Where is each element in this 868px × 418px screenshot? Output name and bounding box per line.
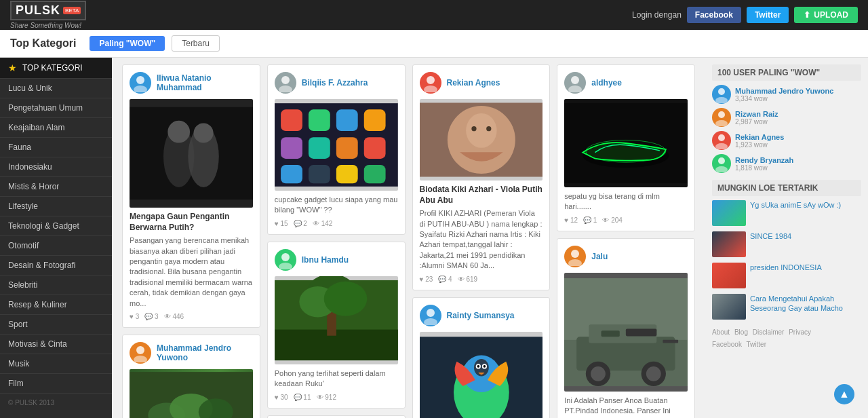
sidebar-item-lucu-unik[interactable]: Lucu & Unik: [0, 79, 112, 98]
card: Muhammad Jendro Yuwono: [122, 335, 260, 418]
most-wow-button[interactable]: Paling "WOW": [90, 36, 165, 51]
user-name[interactable]: Rendy Bryanzah: [735, 156, 793, 164]
card-title: Biodata Kiki Azhari - Viola Putih Abu Ab…: [420, 185, 543, 206]
logo-text: PULSK: [16, 3, 60, 18]
sidebar-item-otomotif[interactable]: Otomotif: [0, 236, 112, 256]
sidebar-item-mistis[interactable]: Mistis & Horor: [0, 177, 112, 197]
sidebar-item-label: Indonesiaku: [8, 162, 52, 172]
comments-stat: 💬 3: [144, 313, 158, 320]
upload-button[interactable]: ⬆ UPLOAD: [794, 7, 858, 23]
suggestion-link[interactable]: Yg sUka animE sAy wOw :): [750, 200, 841, 210]
user-name[interactable]: Rekian Agnes: [735, 133, 784, 141]
username[interactable]: Bilqiis F. Azzahra: [302, 78, 368, 88]
sidebar-item-selebriti[interactable]: Selebriti: [0, 276, 112, 295]
card-image: [420, 332, 543, 418]
svg-rect-17: [309, 109, 330, 131]
svg-point-1: [134, 86, 147, 92]
sidebar-item-teknologi[interactable]: Teknologi & Gadget: [0, 216, 112, 236]
likes-stat: ♥ 12: [564, 216, 578, 224]
sidebar-item-label: Teknologi & Gadget: [8, 221, 79, 231]
username[interactable]: Iliwua Natanio Muhammad: [157, 73, 253, 92]
card: Bilqiis F. Azzahra: [267, 64, 406, 235]
footer-link-facebook[interactable]: Facebook: [712, 341, 742, 348]
avatar: [420, 72, 441, 94]
suggestion-image: [712, 200, 746, 226]
sidebar-item-lifestyle[interactable]: Lifestyle: [0, 197, 112, 216]
user-name[interactable]: Muhammad Jendro Yuwonc: [735, 87, 833, 95]
username[interactable]: Ibnu Hamdu: [302, 255, 349, 265]
sidebar: ★ TOP KATEGORI Lucu & Unik Pengetahuan U…: [0, 58, 112, 418]
twitter-login-button[interactable]: Twitter: [747, 7, 789, 23]
header: PULSK BETA Share Something Wow! Login de…: [0, 0, 868, 30]
username[interactable]: aldhyee: [591, 78, 622, 88]
card: Rainty Sumansya: [412, 297, 551, 418]
scroll-to-top-button[interactable]: ▲: [834, 384, 854, 404]
username[interactable]: Rainty Sumansya: [447, 311, 515, 320]
sidebar-item-musik[interactable]: Musik: [0, 354, 112, 374]
sidebar-item-sport[interactable]: Sport: [0, 315, 112, 335]
sidebar-item-fauna[interactable]: Fauna: [0, 138, 112, 157]
avatar: [564, 246, 586, 267]
svg-rect-16: [281, 109, 302, 131]
svg-point-45: [427, 309, 435, 317]
footer-link-privacy[interactable]: Privacy: [789, 328, 811, 336]
svg-point-60: [571, 250, 579, 258]
avatar: [564, 72, 586, 94]
avatar: [130, 72, 151, 94]
svg-rect-27: [364, 165, 386, 183]
username[interactable]: Jalu: [591, 252, 608, 261]
card-description: Pohon yang terlihat seperti dalam keadaa…: [275, 368, 398, 390]
views-stat: 👁 446: [164, 313, 184, 320]
card: Rekian Agnes Biodata Kiki Azhari - Viola: [412, 64, 551, 290]
sidebar-item-motivasi[interactable]: Motivasi & Cinta: [0, 335, 112, 354]
svg-point-28: [281, 253, 290, 261]
footer-link-about[interactable]: About: [712, 328, 730, 336]
logo-area: PULSK BETA Share Something Wow!: [10, 1, 86, 29]
sidebar-item-keajaiban[interactable]: Keajaiban Alam: [0, 118, 112, 138]
avatar: [712, 108, 731, 127]
card: Jalu: [557, 238, 695, 418]
sidebar-item-label: Sport: [8, 320, 28, 329]
footer-link-twitter[interactable]: Twitter: [747, 341, 766, 348]
sidebar-item-resep[interactable]: Resep & Kuliner: [0, 295, 112, 315]
svg-rect-70: [601, 330, 620, 337]
content: Iliwua Natanio Muhammad Mengapa Gaun Pen…: [112, 58, 868, 418]
username[interactable]: Rekian Agnes: [447, 78, 500, 88]
user-row: Rekian Agnes 1,923 wow: [712, 131, 861, 150]
svg-point-5: [167, 121, 190, 143]
suggestion-link[interactable]: Cara Mengetahui Apakah Seseorang Gay ata…: [750, 294, 861, 314]
card-image: [564, 273, 688, 392]
sidebar-item-pengetahuan[interactable]: Pengetahuan Umum: [0, 98, 112, 118]
likes-stat: ♥ 30: [275, 394, 288, 401]
svg-point-79: [718, 157, 725, 164]
svg-point-13: [281, 76, 290, 84]
sidebar-item-indonesiaku[interactable]: Indonesiaku: [0, 157, 112, 177]
username[interactable]: Muhammad Jendro Yuwono: [157, 343, 253, 362]
upload-label: UPLOAD: [814, 10, 848, 20]
svg-rect-22: [336, 137, 358, 159]
card: Sky WalkerZz: [267, 415, 406, 418]
svg-rect-71: [626, 328, 656, 336]
user-name[interactable]: Rizwan Raiz: [735, 110, 778, 118]
sidebar-item-top-kategori[interactable]: ★ TOP KATEGORI: [0, 58, 112, 79]
card-user: Iliwua Natanio Muhammad: [130, 72, 253, 94]
suggestion-item: SINCE 1984: [712, 231, 861, 257]
user-info: Rekian Agnes 1,923 wow: [735, 133, 784, 149]
suggestion-image: [712, 231, 746, 257]
facebook-login-button[interactable]: Facebook: [687, 7, 741, 23]
sidebar-item-film[interactable]: Film: [0, 374, 112, 394]
card-stats: ♥ 15 💬 2 👁 142: [275, 220, 398, 227]
login-text: Login dengan: [632, 10, 682, 20]
newest-button[interactable]: Terbaru: [172, 35, 220, 52]
avatar: [712, 131, 731, 150]
views-stat: 👁 619: [458, 276, 477, 283]
suggestion-link[interactable]: presiden INDONESIA: [750, 263, 822, 272]
svg-point-69: [646, 366, 661, 381]
user-info: Rendy Bryanzah 1,818 wow: [735, 156, 793, 172]
sidebar-item-desain[interactable]: Desain & Fotografi: [0, 256, 112, 276]
sidebar-item-label: Resep & Kuliner: [8, 300, 67, 309]
suggestion-link[interactable]: SINCE 1984: [750, 231, 791, 241]
footer-link-blog[interactable]: Blog: [734, 328, 748, 336]
footer-link-disclaimer[interactable]: Disclaimer: [753, 328, 785, 336]
svg-point-73: [718, 88, 725, 95]
